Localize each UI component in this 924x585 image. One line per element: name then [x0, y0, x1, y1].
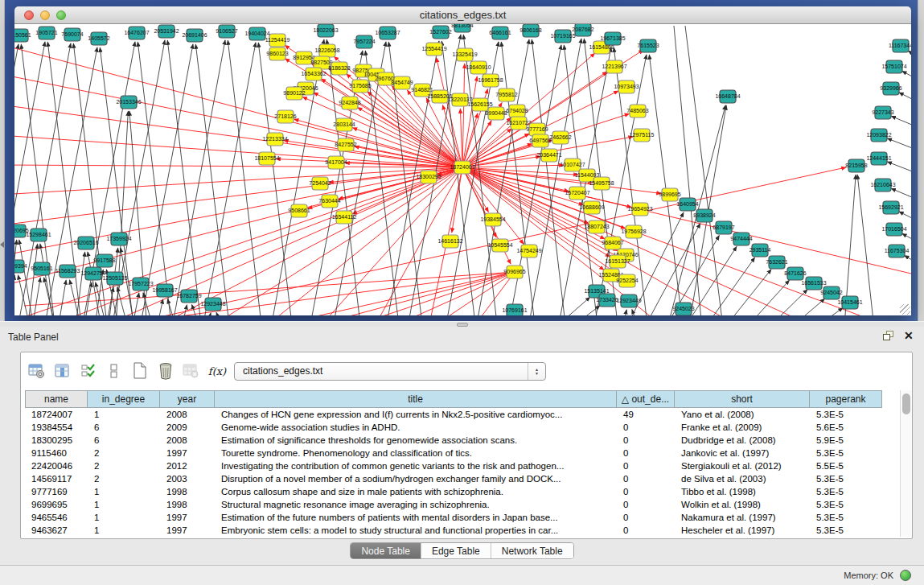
graph-node-label: 10719165: [550, 33, 575, 39]
cell-title: Tourette syndrome. Phenomenology and cla…: [215, 447, 617, 459]
cell-pagerank: 5.3E-5: [810, 408, 882, 421]
graph-node-label: 15720407: [565, 190, 589, 196]
cell-out_de: 0: [617, 485, 675, 498]
memory-status-label: Memory: OK: [844, 571, 893, 580]
tab-node-table[interactable]: Node Table: [351, 543, 421, 558]
graph-node-label: 16782759: [176, 293, 201, 299]
table-row[interactable]: 1872400712008Changes of HCN gene express…: [25, 408, 896, 421]
cell-pagerank: 5.3E-5: [810, 511, 882, 524]
function-builder-icon[interactable]: f(x): [207, 361, 227, 381]
table-row[interactable]: 1830029562008Estimation of significance …: [25, 434, 896, 447]
table-settings-icon[interactable]: [27, 361, 47, 381]
graph-node-label: 17016504: [881, 226, 906, 232]
table-selector-dropdown[interactable]: citations_edges.txt ▲▼: [234, 362, 546, 381]
show-columns-icon[interactable]: [53, 361, 72, 381]
graph-node-label: 9227343: [872, 109, 893, 115]
network-canvas[interactable]: 1872400713325419186409101696175879558121…: [14, 24, 911, 315]
graph-node-label: 10415461: [837, 299, 862, 305]
graph-node-label: 13325419: [452, 51, 477, 57]
graph-node-label: 11675304: [885, 248, 910, 253]
column-header-title[interactable]: title: [215, 390, 617, 408]
cell-out_de: 0: [617, 498, 675, 511]
column-header-in_degree[interactable]: in_degree: [88, 390, 160, 408]
graph-node-label: 9684067: [602, 240, 623, 245]
graph-node-label: 16210722: [506, 120, 531, 126]
cell-out_de: 0: [617, 472, 675, 485]
tab-network-table[interactable]: Network Table: [491, 543, 573, 558]
graph-node-label: 9890122: [283, 90, 305, 96]
graph-node-label: 9899695: [659, 192, 680, 197]
table-selector-value: citations_edges.txt: [243, 365, 322, 377]
graph-node-label: 17359924: [106, 236, 131, 241]
collapse-left-arrow-icon[interactable]: [0, 241, 4, 248]
table-row[interactable]: 1456911722003Disruption of a novel membe…: [25, 472, 896, 485]
cell-name: 19384554: [25, 421, 88, 434]
cell-name: 14569117: [25, 472, 88, 485]
graph-node-label: 7254042: [309, 180, 331, 186]
graph-node-label: 8454749: [391, 80, 413, 85]
graph-node-label: 2935114: [749, 247, 771, 253]
column-header-out_de[interactable]: △ out_de...: [617, 390, 675, 408]
graph-node-label: 16544112: [332, 214, 357, 220]
graph-node-label: 10769161: [502, 307, 527, 313]
column-header-pagerank[interactable]: pagerank: [810, 390, 882, 408]
window-title: citations_edges.txt: [14, 9, 911, 21]
window-resize-grip[interactable]: [900, 304, 910, 315]
cell-in_degree: 2: [88, 472, 160, 485]
table-row[interactable]: 969969511998Structural magnetic resonanc…: [25, 498, 896, 511]
table-row[interactable]: 2242004622012Investigating the contribut…: [25, 459, 896, 472]
new-document-icon[interactable]: [130, 361, 150, 381]
graph-node-label: 12975115: [630, 132, 655, 138]
graph-node-label: 18724007: [450, 164, 474, 170]
graph-node-label: 16561533: [801, 280, 826, 286]
citation-network-graph[interactable]: 1872400713325419186409101696175879558121…: [14, 24, 911, 315]
rows-icon[interactable]: [105, 361, 124, 381]
graph-node-label: 9860123: [266, 51, 288, 56]
right-panel-edge: [918, 0, 924, 321]
graph-node-label: 9245042: [820, 290, 842, 295]
graph-node-label: 16961758: [478, 77, 503, 83]
memory-ok-led-icon[interactable]: [900, 570, 911, 581]
graph-node-label: 10653287: [375, 30, 400, 35]
graph-node-label: 10688609: [579, 204, 604, 210]
graph-node-label: 7485063: [626, 108, 648, 113]
cell-name: 9699695: [25, 498, 88, 511]
graph-node-label: 6466161: [489, 30, 511, 35]
graph-node-label: 12444151: [866, 155, 891, 161]
cell-out_de: 0: [617, 524, 675, 537]
table-row[interactable]: 1938455462009Genome-wide association stu…: [25, 421, 896, 434]
cell-year: 2003: [160, 472, 215, 485]
graph-node-label: 12093822: [866, 132, 891, 138]
float-panel-icon[interactable]: [883, 331, 896, 342]
graph-node-label: 15751074: [881, 64, 906, 69]
close-panel-icon[interactable]: ✕: [904, 329, 914, 342]
column-header-year[interactable]: year: [160, 390, 215, 408]
delete-entry-icon[interactable]: [156, 361, 175, 381]
column-header-name[interactable]: name: [25, 390, 88, 408]
window-titlebar[interactable]: citations_edges.txt: [14, 6, 911, 24]
vertical-scrollbar[interactable]: [900, 390, 912, 537]
table-row[interactable]: 911546021997Tourette syndrome. Phenomeno…: [25, 447, 896, 459]
graph-node-label: 2803144: [333, 122, 355, 127]
table-header-row: namein_degreeyeartitle△ out_de...shortpa…: [25, 390, 882, 408]
cell-year: 2012: [160, 459, 215, 472]
status-bar: Memory: OK: [0, 565, 924, 585]
graph-node-label: 12213967: [602, 64, 626, 69]
cell-in_degree: 2: [88, 447, 160, 459]
graph-node-label: 6879197: [713, 225, 734, 230]
cell-short: de Silva et al. (2003): [675, 472, 810, 485]
cell-short: Yano et al. (2008): [675, 408, 810, 421]
tab-edge-table[interactable]: Edge Table: [421, 543, 491, 558]
table-row[interactable]: 946554611997Estimation of the future num…: [25, 511, 896, 524]
table-row[interactable]: 977716911998Corpus callosum shape and si…: [25, 485, 896, 498]
graph-node-label: 1640954: [676, 201, 698, 207]
graph-node-label: 9417004: [325, 159, 347, 165]
column-header-short[interactable]: short: [675, 390, 810, 408]
panel-splitter[interactable]: [0, 321, 924, 327]
cell-pagerank: 5.3E-5: [810, 485, 882, 498]
graph-node-label: 18226058: [314, 47, 339, 53]
scrollbar-thumb[interactable]: [902, 393, 910, 414]
table-row[interactable]: 946362711997Embryonic stem cells: a mode…: [25, 524, 896, 537]
select-all-icon[interactable]: [79, 361, 98, 381]
cell-in_degree: 6: [88, 421, 160, 434]
